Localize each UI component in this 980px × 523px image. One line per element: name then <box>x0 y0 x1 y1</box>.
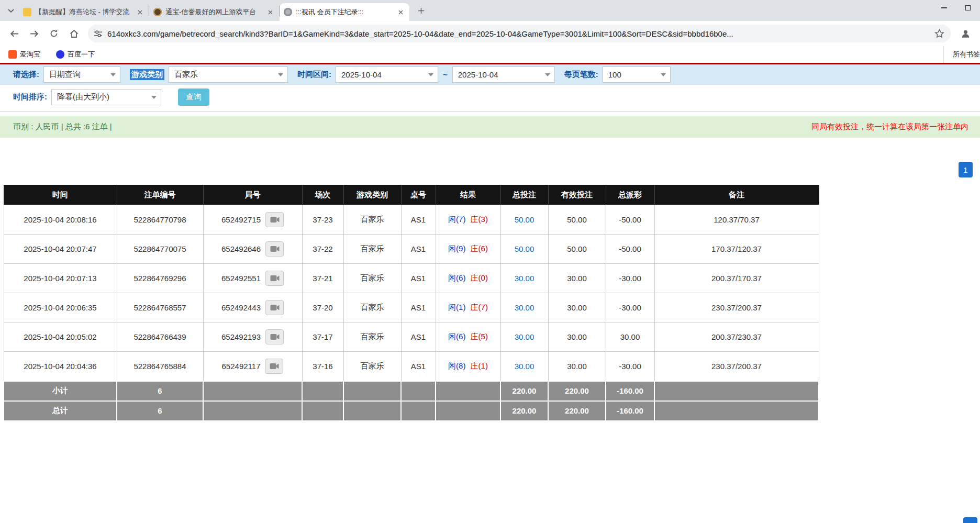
replay-video-button[interactable] <box>265 329 284 344</box>
reload-button[interactable] <box>45 25 63 42</box>
back-button[interactable] <box>5 25 23 42</box>
browser-toolbar: 614oxkc3.com/game/betrecord_search/kind3… <box>0 21 980 46</box>
column-header: 场次 <box>302 185 343 205</box>
url-text[interactable]: 614oxkc3.com/game/betrecord_search/kind3… <box>107 29 929 38</box>
replay-video-button[interactable] <box>265 241 284 257</box>
cell-bet-id: 522864770798 <box>117 205 203 235</box>
cell-bet-id: 522864766439 <box>117 322 203 352</box>
chevron-down-icon[interactable] <box>541 67 554 82</box>
chevron-down-icon[interactable] <box>656 67 670 82</box>
total-bet-link[interactable]: 50.00 <box>515 244 534 253</box>
cell-payout: -50.00 <box>606 235 654 264</box>
pagination-top: 1 <box>0 162 980 177</box>
game-category-select[interactable]: 百家乐 <box>169 66 288 83</box>
sort-order-value: 降幂(由大到小) <box>52 92 147 102</box>
total-bet-link[interactable]: 30.00 <box>515 362 534 371</box>
cell-time: 2025-10-04 20:07:47 <box>4 235 117 264</box>
column-header: 桌号 <box>401 185 436 205</box>
page-1-button[interactable]: 1 <box>959 162 973 177</box>
site-settings-icon[interactable] <box>94 30 102 38</box>
column-header: 时间 <box>4 185 117 205</box>
page-size-select[interactable]: 100 <box>603 66 671 83</box>
cell-result: 闲(1) 庄(7) <box>436 293 500 322</box>
cell-valid-bet: 30.00 <box>548 293 606 322</box>
column-header: 注单编号 <box>117 185 203 205</box>
query-type-select[interactable]: 日期查询 <box>43 66 120 83</box>
close-icon[interactable] <box>136 8 144 17</box>
tab-bet-records-active[interactable]: :::视讯 会员下注纪录::: <box>280 3 409 21</box>
bookmark-baidu[interactable]: 百度一下 <box>54 48 97 61</box>
bookmark-star-icon[interactable] <box>934 29 944 39</box>
column-header: 有效投注 <box>548 185 606 205</box>
result-player: 闲(6) <box>448 332 465 341</box>
cell-note: 230.37/200.37 <box>654 293 819 322</box>
page-1-button[interactable]: 1 <box>963 517 977 523</box>
bookmark-taobao[interactable]: 爱淘宝 <box>6 48 42 61</box>
sort-order-select[interactable]: 降幂(由大到小) <box>51 89 161 105</box>
summary-bar: 币别 : 人民币 | 总共 :6 注单 | 同局有效投注，统一计算在该局第一张注… <box>0 116 980 138</box>
cell-total-bet: 50.00 <box>500 235 548 264</box>
search-button[interactable]: 查询 <box>178 88 209 106</box>
total-label: 总计 <box>4 401 117 421</box>
replay-video-button[interactable] <box>265 271 284 286</box>
tab-search-button[interactable] <box>3 3 19 19</box>
cell-time: 2025-10-04 20:07:13 <box>4 264 117 293</box>
new-tab-button[interactable] <box>414 3 428 18</box>
all-bookmarks-button[interactable]: 所有书签 <box>943 46 980 63</box>
chevron-down-icon[interactable] <box>274 67 287 82</box>
game-category-value: 百家乐 <box>169 70 274 80</box>
total-bet-link[interactable]: 30.00 <box>515 303 534 312</box>
cell-total-bet: 30.00 <box>500 293 548 322</box>
minimize-button[interactable] <box>932 0 956 16</box>
total-bet-link[interactable]: 30.00 <box>515 274 534 283</box>
replay-video-button[interactable] <box>265 212 284 227</box>
game-category-label: 游戏类别 <box>130 69 164 80</box>
cell-table-no: AS1 <box>401 235 436 264</box>
chevron-down-icon[interactable] <box>424 67 438 82</box>
cell-payout: -30.00 <box>606 264 654 293</box>
page-size-value: 100 <box>603 70 656 79</box>
cell-round: 652492193 <box>203 322 302 352</box>
cell-game-type: 百家乐 <box>343 205 401 235</box>
total-payout: -160.00 <box>606 401 654 421</box>
table-row: 2025-10-04 20:07:47 522864770075 6524926… <box>4 235 819 264</box>
tab-haiyan-forum[interactable]: 【新提醒】海燕论坛 - 博学交流 <box>19 3 149 21</box>
chevron-down-icon[interactable] <box>106 67 120 82</box>
cell-valid-bet: 30.00 <box>548 322 606 352</box>
cell-result: 闲(7) 庄(3) <box>436 205 500 235</box>
cell-note: 170.37/120.37 <box>654 235 819 264</box>
filter-bar-row2: 时间排序: 降幂(由大到小) 查询 <box>0 85 980 112</box>
result-banker: 庄(0) <box>471 273 488 282</box>
result-banker: 庄(7) <box>471 303 488 311</box>
minimize-icon <box>941 7 947 8</box>
date-start-input[interactable]: 2025-10-04 <box>336 66 438 83</box>
date-end-input[interactable]: 2025-10-04 <box>452 66 555 83</box>
home-button[interactable] <box>65 25 83 42</box>
home-icon <box>69 29 79 39</box>
cell-valid-bet: 50.00 <box>548 205 606 235</box>
plus-icon <box>418 7 425 14</box>
cell-time: 2025-10-04 20:04:36 <box>4 352 117 381</box>
arrow-right-icon <box>29 29 39 39</box>
forward-button[interactable] <box>25 25 43 42</box>
arrow-left-icon <box>9 29 19 39</box>
cell-result: 闲(6) 庄(5) <box>436 322 500 352</box>
total-bet-link[interactable]: 50.00 <box>515 215 534 224</box>
result-player: 闲(8) <box>448 361 465 370</box>
address-bar[interactable]: 614oxkc3.com/game/betrecord_search/kind3… <box>88 25 951 42</box>
cell-round: 652492117 <box>203 352 302 381</box>
close-icon[interactable] <box>396 8 405 17</box>
replay-video-button[interactable] <box>265 300 284 315</box>
cell-game-type: 百家乐 <box>343 235 401 264</box>
column-header: 总投注 <box>500 185 548 205</box>
column-header: 游戏类别 <box>343 185 401 205</box>
chevron-down-icon[interactable] <box>147 90 161 105</box>
round-number: 652492443 <box>221 303 261 312</box>
cell-session: 37-23 <box>302 205 343 235</box>
maximize-button[interactable] <box>956 0 980 16</box>
tab-tongbao[interactable]: 通宝-信誉最好的网上游戏平台 <box>149 3 279 21</box>
replay-video-button[interactable] <box>265 359 283 374</box>
close-icon[interactable] <box>266 8 275 17</box>
profile-button[interactable] <box>956 24 975 43</box>
total-bet-link[interactable]: 30.00 <box>515 332 534 341</box>
